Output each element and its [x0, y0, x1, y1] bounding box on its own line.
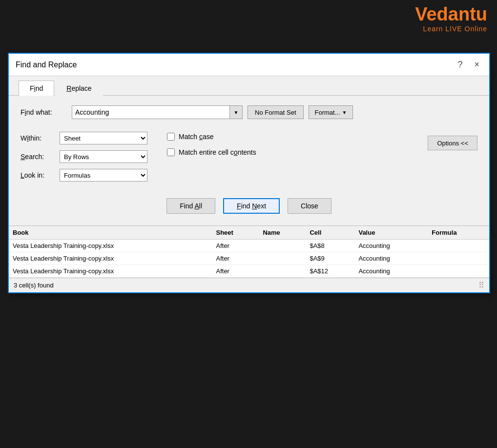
results-table: Book Sheet Name Cell Value Formula Vesta… [9, 226, 489, 278]
within-select[interactable]: Sheet Workbook [60, 132, 147, 144]
lookin-label: Look in: [21, 171, 55, 179]
cell-formula [428, 240, 489, 252]
lookin-select[interactable]: Formulas Values Comments [60, 169, 147, 182]
logo-name: Vedantu [415, 4, 487, 25]
options-left: Within: Sheet Workbook Search: By Rows B… [21, 132, 147, 182]
tabs-container: Find Replace [9, 76, 489, 96]
col-formula: Formula [428, 226, 489, 240]
cell-name [259, 265, 306, 278]
col-name: Name [259, 226, 306, 240]
col-sheet: Sheet [212, 226, 259, 240]
cell-sheet: After [212, 240, 259, 252]
title-bar: Find and Replace ? × [9, 54, 489, 76]
cell-sheet: After [212, 252, 259, 265]
match-case-label: Match case [179, 133, 214, 141]
cell-book: Vesta Leadership Training-copy.xlsx [9, 265, 212, 278]
format-dropdown-arrow: ▼ [342, 110, 347, 115]
within-row: Within: Sheet Workbook [21, 132, 147, 144]
lookin-row: Look in: Formulas Values Comments [21, 169, 147, 182]
tab-replace[interactable]: Replace [55, 81, 103, 96]
match-case-checkbox[interactable] [167, 133, 175, 141]
vedantu-logo: Vedantu Learn LIVE Online [415, 4, 487, 33]
table-row[interactable]: Vesta Leadership Training-copy.xlsxAfter… [9, 240, 489, 252]
match-case-row: Match case [167, 133, 256, 141]
cell-book: Vesta Leadership Training-copy.xlsx [9, 252, 212, 265]
find-what-input[interactable] [72, 106, 229, 119]
table-row[interactable]: Vesta Leadership Training-copy.xlsxAfter… [9, 265, 489, 278]
cell-formula [428, 252, 489, 265]
cell-formula [428, 265, 489, 278]
col-value: Value [354, 226, 428, 240]
find-all-button[interactable]: Find All [166, 198, 215, 214]
cell-value: Accounting [354, 240, 428, 252]
cell-sheet: After [212, 265, 259, 278]
col-book: Book [9, 226, 212, 240]
find-replace-dialog: Find and Replace ? × Find Replace Find w… [8, 53, 490, 293]
resize-grip[interactable]: ⠿ [478, 281, 484, 290]
find-dropdown-button[interactable]: ▼ [229, 106, 242, 119]
match-entire-checkbox[interactable] [167, 148, 175, 156]
within-label: Within: [21, 134, 55, 142]
status-bar: 3 cell(s) found ⠿ [9, 278, 489, 292]
cell-book: Vesta Leadership Training-copy.xlsx [9, 240, 212, 252]
options-button[interactable]: Options << [428, 136, 477, 150]
format-button[interactable]: Format... ▼ [309, 105, 353, 119]
col-cell: Cell [306, 226, 354, 240]
cell-name [259, 240, 306, 252]
search-row: Search: By Rows By Columns [21, 150, 147, 163]
dialog-title: Find and Replace [16, 61, 77, 69]
options-right: Match case Match entire cell contents [167, 132, 256, 182]
cell-cell: $A$9 [306, 252, 354, 265]
bottom-buttons: Find All Find Next Close [21, 198, 477, 216]
tab-find[interactable]: Find [19, 81, 54, 96]
find-next-button[interactable]: Find Next [223, 198, 280, 214]
close-dialog-button[interactable]: Close [288, 198, 331, 214]
cell-value: Accounting [354, 265, 428, 278]
logo-subtitle: Learn LIVE Online [415, 25, 487, 33]
cell-value: Accounting [354, 252, 428, 265]
help-button[interactable]: ? [455, 59, 465, 71]
results-section: Book Sheet Name Cell Value Formula Vesta… [9, 225, 489, 278]
cell-name [259, 252, 306, 265]
table-row[interactable]: Vesta Leadership Training-copy.xlsxAfter… [9, 252, 489, 265]
match-entire-row: Match entire cell contents [167, 148, 256, 156]
match-entire-label: Match entire cell contents [179, 148, 256, 156]
search-label: Search: [21, 153, 55, 161]
title-bar-controls: ? × [455, 59, 482, 71]
close-button[interactable]: × [471, 59, 482, 71]
cell-cell: $A$8 [306, 240, 354, 252]
find-what-label: Find what: [21, 108, 67, 116]
cell-cell: $A$12 [306, 265, 354, 278]
find-input-container: ▼ [72, 105, 243, 119]
dialog-body: Find what: ▼ No Format Set Format... ▼ W… [9, 96, 489, 225]
find-what-row: Find what: ▼ No Format Set Format... ▼ [21, 105, 477, 119]
search-select[interactable]: By Rows By Columns [60, 150, 147, 163]
status-text: 3 cell(s) found [14, 282, 54, 289]
no-format-button[interactable]: No Format Set [248, 105, 304, 119]
options-btn-area: Options << [428, 131, 477, 150]
options-grid: Within: Sheet Workbook Search: By Rows B… [21, 132, 256, 182]
